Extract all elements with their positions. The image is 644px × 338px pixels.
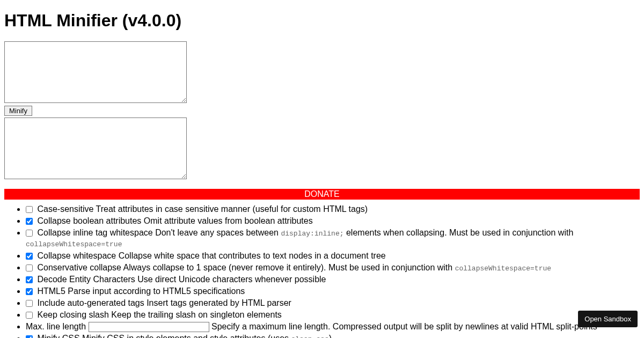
option-description: Parse input according to HTML5 specifica… — [65, 286, 245, 296]
option-description: Treat attributes in case sensitive manne… — [93, 204, 368, 214]
option-checkbox[interactable] — [26, 218, 33, 225]
option-item-maxline: Max. line length Specify a maximum line … — [26, 321, 640, 332]
option-label: Collapse inline tag whitespace — [37, 228, 152, 237]
minify-button[interactable]: Minify — [4, 106, 32, 116]
options-list: Case-sensitive Treat attributes in case … — [4, 204, 640, 338]
option-description: Always collapse to 1 space (never remove… — [121, 263, 455, 272]
option-item: Collapse boolean attributes Omit attribu… — [26, 216, 640, 226]
page-title: HTML Minifier (v4.0.0) — [4, 11, 640, 31]
option-label: Collapse whitespace — [37, 251, 116, 260]
option-checkbox[interactable] — [26, 253, 33, 260]
option-description: Collapse white space that contributes to… — [116, 251, 386, 260]
option-label: Keep closing slash — [37, 310, 108, 319]
option-code: display:inline; — [281, 230, 343, 238]
option-checkbox[interactable] — [26, 335, 33, 338]
option-description: ) — [329, 334, 332, 338]
option-label: Case-sensitive — [37, 204, 93, 214]
option-checkbox[interactable] — [26, 206, 33, 213]
option-checkbox[interactable] — [26, 264, 33, 271]
open-sandbox-button[interactable]: Open Sandbox — [578, 311, 638, 327]
option-label: Collapse boolean attributes — [37, 216, 141, 225]
option-checkbox[interactable] — [26, 276, 33, 283]
option-item: HTML5 Parse input according to HTML5 spe… — [26, 286, 640, 297]
option-item: Collapse inline tag whitespace Don't lea… — [26, 227, 640, 249]
option-description: Keep the trailing slash on singleton ele… — [109, 310, 282, 319]
option-item: Minify CSS Minify CSS in style elements … — [26, 333, 640, 338]
option-label: Decode Entity Characters — [37, 275, 135, 284]
option-item: Keep closing slash Keep the trailing sla… — [26, 310, 640, 320]
option-description: Omit attribute values from boolean attri… — [141, 216, 312, 225]
option-item: Decode Entity Characters Use direct Unic… — [26, 274, 640, 285]
donate-banner[interactable]: DONATE — [4, 189, 640, 200]
option-description: Use direct Unicode characters whenever p… — [135, 275, 326, 284]
option-label: Minify CSS — [37, 334, 79, 338]
input-textarea[interactable] — [4, 41, 187, 103]
option-description: elements when collapsing. Must be used i… — [344, 228, 574, 237]
option-checkbox[interactable] — [26, 230, 33, 237]
option-description: Specify a maximum line length. Compresse… — [209, 322, 597, 331]
option-item: Include auto-generated tags Insert tags … — [26, 298, 640, 308]
output-textarea[interactable] — [4, 117, 187, 179]
option-code: collapseWhitespace=true — [26, 240, 122, 248]
option-item: Case-sensitive Treat attributes in case … — [26, 204, 640, 215]
option-description: Insert tags generated by HTML parser — [144, 298, 291, 307]
option-label: Max. line length — [26, 322, 89, 331]
option-checkbox[interactable] — [26, 312, 33, 319]
max-line-length-input[interactable] — [89, 322, 209, 332]
option-code: collapseWhitespace=true — [455, 264, 551, 273]
option-description: Minify CSS in style elements and style a… — [80, 334, 291, 338]
option-label: Conservative collapse — [37, 263, 121, 272]
option-label: Include auto-generated tags — [37, 298, 144, 307]
option-item: Conservative collapse Always collapse to… — [26, 262, 640, 273]
option-item: Collapse whitespace Collapse white space… — [26, 251, 640, 261]
option-label: HTML5 — [37, 286, 65, 296]
option-checkbox[interactable] — [26, 300, 33, 307]
option-checkbox[interactable] — [26, 288, 33, 295]
option-description: Don't leave any spaces between — [153, 228, 281, 237]
option-code: clean-css — [291, 335, 329, 338]
